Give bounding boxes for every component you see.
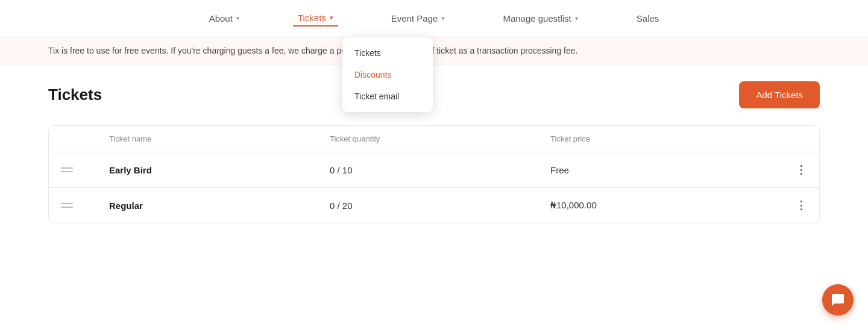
dropdown-item-ticket-email[interactable]: Ticket email xyxy=(342,86,433,107)
info-banner: Tix is free to use for free events. If y… xyxy=(0,37,868,64)
about-label: About xyxy=(209,13,233,23)
nav-item-manage-guestlist[interactable]: Manage guestlist ▾ xyxy=(498,11,583,26)
ticket-name-regular: Regular xyxy=(109,201,330,211)
nav-item-sales[interactable]: Sales xyxy=(632,11,664,26)
manage-guestlist-chevron-icon: ▾ xyxy=(575,14,579,22)
dropdown-item-discounts[interactable]: Discounts xyxy=(342,64,433,86)
col-ticket-quantity: Ticket quantity xyxy=(330,134,550,143)
ticket-name-early-bird: Early Bird xyxy=(109,165,330,175)
table-header: Ticket name Ticket quantity Ticket price xyxy=(49,126,819,152)
section-header: Tickets Add Tickets xyxy=(48,81,820,108)
col-ticket-name: Ticket name xyxy=(109,134,330,143)
col-drag xyxy=(61,134,109,143)
tickets-dropdown: Tickets Discounts Ticket email xyxy=(342,37,433,112)
nav-item-event-page[interactable]: Event Page ▾ xyxy=(386,11,450,26)
chat-fab-button[interactable] xyxy=(822,284,854,316)
drag-handle-regular[interactable] xyxy=(61,203,73,208)
banner-text: Tix is free to use for free events. If y… xyxy=(48,46,577,55)
section-title: Tickets xyxy=(48,86,102,104)
nav-item-about[interactable]: About ▾ xyxy=(204,11,245,26)
main-nav: About ▾ Tickets ▾ Event Page ▾ Manage gu… xyxy=(0,0,868,37)
event-page-chevron-icon: ▾ xyxy=(441,14,445,22)
ticket-price-regular: ₦10,000.00 xyxy=(550,200,771,211)
drag-line xyxy=(61,171,73,172)
table-row: Regular 0 / 20 ₦10,000.00 ⋮ xyxy=(49,188,819,223)
drag-line xyxy=(61,167,73,169)
ticket-qty-regular: 0 / 20 xyxy=(330,201,550,211)
tickets-table: Ticket name Ticket quantity Ticket price… xyxy=(48,125,820,223)
chat-icon xyxy=(831,293,845,307)
drag-line xyxy=(61,207,73,208)
about-chevron-icon: ▾ xyxy=(236,14,240,22)
drag-handle-early-bird[interactable] xyxy=(61,167,73,172)
ticket-price-early-bird: Free xyxy=(550,165,771,175)
event-page-label: Event Page xyxy=(391,13,438,23)
add-tickets-button[interactable]: Add Tickets xyxy=(739,81,820,108)
nav-item-tickets[interactable]: Tickets ▾ xyxy=(293,10,338,26)
more-menu-regular[interactable]: ⋮ xyxy=(771,199,807,212)
dropdown-item-tickets[interactable]: Tickets xyxy=(342,42,433,64)
drag-line xyxy=(61,203,73,204)
manage-guestlist-label: Manage guestlist xyxy=(503,13,571,23)
more-menu-early-bird[interactable]: ⋮ xyxy=(771,163,807,176)
sales-label: Sales xyxy=(637,13,659,23)
table-row: Early Bird 0 / 10 Free ⋮ xyxy=(49,152,819,188)
ticket-qty-early-bird: 0 / 10 xyxy=(330,165,550,175)
col-actions xyxy=(771,134,807,143)
tickets-label: Tickets xyxy=(298,13,326,23)
tickets-chevron-icon: ▾ xyxy=(330,14,333,22)
col-ticket-price: Ticket price xyxy=(550,134,771,143)
main-content: Tickets Add Tickets Ticket name Ticket q… xyxy=(0,64,868,240)
